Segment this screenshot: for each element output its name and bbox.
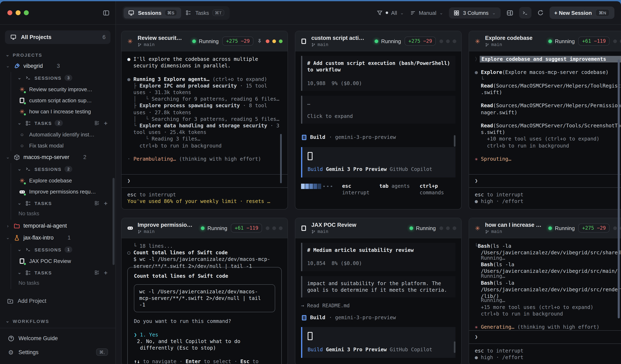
new-session-button[interactable]: + New Session ⌘N: [549, 7, 614, 19]
close-window-button[interactable]: [7, 10, 12, 15]
add-icon[interactable]: +: [104, 269, 108, 276]
filter-dropdown[interactable]: All ⌄: [377, 10, 404, 16]
model-selector[interactable]: Build Gemini 3 Pro Preview GitHub Copilo…: [301, 327, 455, 358]
board-view-icon[interactable]: [94, 201, 100, 206]
new-session-label: + New Session: [554, 10, 592, 16]
terminal-line: ├ Explore process spawning security · 8 …: [127, 103, 282, 116]
permission-dialog[interactable]: Count total lines of Swift codewc -l /Us…: [127, 267, 282, 364]
pin-icon[interactable]: [257, 39, 262, 44]
dialog-option[interactable]: ❯ 1. Yes: [134, 331, 275, 338]
help-icon: [7, 335, 14, 342]
add-project-button[interactable]: Add Project: [5, 294, 110, 308]
add-icon[interactable]: +: [104, 200, 108, 207]
sidebar-project-jax-flax-intro[interactable]: ⌄jax-flax-intro1: [5, 232, 110, 244]
terminal-line: # Medium article suitability review: [307, 247, 450, 254]
panel-layout-button[interactable]: [506, 9, 513, 16]
session-card-explore-codebase[interactable]: ✳Explore codebasemainRunning+61−119〉Expl…: [469, 31, 621, 209]
prompt-input[interactable]: ❯: [469, 174, 621, 188]
app-window: All Projects6⌄PROJECTS⌄vibegrid3⌄SESSION…: [0, 0, 621, 364]
sidebar-task-item[interactable]: ○Fix task modal: [11, 140, 110, 151]
session-card-dots[interactable]: [613, 39, 621, 43]
session-terminal[interactable]: ● I'll explore the codebase across multi…: [121, 51, 288, 209]
quote-block[interactable]: # Medium article suitability review 10,8…: [301, 243, 455, 271]
sidebar-item-settings[interactable]: ⚙Settings⌘,: [5, 345, 110, 359]
item-label: Review security improve…: [29, 86, 92, 92]
session-terminal[interactable]: # Medium article suitability review 10,8…: [295, 238, 461, 364]
sidebar-session-item[interactable]: ✳Review security improve…: [11, 84, 110, 95]
model-name: Gemini 3 Pro Preview: [326, 347, 387, 352]
session-card-review-security[interactable]: ✳Review securit…mainRunning+275−29● I'll…: [121, 31, 288, 209]
session-card-improve-permissions[interactable]: Improve permissio…mainRunning+61−119 └ 1…: [121, 218, 288, 364]
sidebar-project-macos-mcp-server[interactable]: ⌄macos-mcp-server2: [5, 151, 110, 163]
session-card-how-increase[interactable]: ✳how can I increase …mainRunning+275−29└…: [469, 218, 621, 364]
sidebar-group-tasks[interactable]: ⌄TASKS2+: [11, 117, 110, 129]
sidebar-task-item[interactable]: ○Automatically identify inst…: [11, 129, 110, 140]
dialog-option[interactable]: 2. No, and tell Copilot what to do diffe…: [134, 338, 275, 351]
tab-sessions[interactable]: Sessions⌘S: [124, 7, 181, 18]
chevron-down-icon[interactable]: ⌄: [6, 235, 10, 240]
terminal-line: [307, 73, 450, 80]
sidebar-session-item[interactable]: ✳how can I increase testing: [11, 106, 110, 117]
sidebar-session-item[interactable]: custom script action sup…: [11, 95, 110, 106]
sidebar-session-item[interactable]: JAX POC Review: [11, 256, 110, 267]
workflows-section-header[interactable]: ⌄WORKFLOWS: [6, 318, 110, 324]
chevron-down-icon: ⌄: [400, 10, 404, 16]
model-selector[interactable]: Build Gemini 3 Pro Preview GitHub Copilo…: [301, 147, 455, 177]
terminal-line: # Add custom script execution (bash/Powe…: [307, 60, 450, 73]
main-scrollbar[interactable]: [618, 60, 620, 318]
projects-section-header[interactable]: ⌄PROJECTS: [6, 52, 110, 57]
sidebar-item-welcome-guide[interactable]: Welcome Guide: [5, 331, 110, 345]
sidebar-project-vibegrid[interactable]: ⌄vibegrid3: [5, 60, 110, 72]
sidebar-session-item[interactable]: Improve permissions requ…: [11, 186, 110, 197]
prompt-input[interactable]: ❯: [469, 330, 621, 344]
sidebar-group-sessions[interactable]: ⌄SESSIONS2: [11, 163, 110, 175]
add-icon[interactable]: +: [104, 120, 108, 126]
session-terminal[interactable]: # Add custom script execution (bash/Powe…: [295, 51, 461, 209]
sidebar-item-all-projects[interactable]: All Projects6: [5, 30, 110, 44]
item-label: Improve permissions requ…: [29, 189, 96, 195]
card-scrollbar[interactable]: [454, 135, 455, 147]
session-card-dots[interactable]: [439, 226, 456, 230]
card-scrollbar[interactable]: [454, 341, 455, 353]
session-terminal[interactable]: 〉Explore codebase and suggest improvemen…: [469, 51, 621, 209]
session-terminal[interactable]: └Bash(ls -la /Users/javiercanizalez/dev/…: [469, 238, 621, 364]
window-controls[interactable]: [7, 10, 29, 15]
session-card-custom-script[interactable]: custom script acti…mainRunning+275−29# A…: [295, 31, 462, 209]
quote-block[interactable]: # Add custom script execution (bash/Powe…: [301, 56, 455, 91]
sidebar-scrollbar[interactable]: [113, 178, 115, 265]
session-card-jax-poc-review[interactable]: JAX POC ReviewmainRunning# Medium articl…: [295, 218, 462, 364]
refresh-button[interactable]: [537, 9, 544, 16]
sidebar-session-item[interactable]: ✳Explore codebase: [11, 175, 110, 186]
sidebar-group-sessions[interactable]: ⌄SESSIONS1: [11, 244, 110, 256]
prompt-input[interactable]: ❯: [121, 174, 288, 188]
session-card-dots[interactable]: [266, 226, 283, 230]
session-card-dots[interactable]: [266, 39, 283, 43]
tab-tasks[interactable]: Tasks⌘T: [181, 7, 228, 18]
zoom-window-button[interactable]: [24, 10, 29, 15]
chevron-right-icon[interactable]: ›: [6, 223, 10, 228]
session-card-dots[interactable]: [613, 226, 621, 230]
terminal-button[interactable]: [519, 7, 531, 18]
terminal-line: ● Explore(Explore macos-mcp-server codeb…: [475, 69, 621, 76]
quote-block[interactable]: … Click to expand: [301, 96, 455, 124]
minimize-window-button[interactable]: [16, 10, 20, 15]
quote-block[interactable]: impact and suitability for the platform.…: [301, 276, 455, 297]
sidebar-group-sessions[interactable]: ⌄SESSIONS3: [11, 72, 110, 84]
session-card-titles: Explore codebasemain: [485, 35, 533, 47]
project-count: 2: [83, 154, 86, 160]
columns-dropdown[interactable]: 3 Columns ⌄: [449, 7, 500, 18]
sidebar-group-tasks[interactable]: ⌄TASKS+: [11, 267, 110, 278]
sidebar-project-temporal-ai-agent[interactable]: ›temporal-ai-agent: [5, 220, 110, 232]
circle-icon: ○: [18, 131, 25, 138]
sort-dropdown[interactable]: Manual ⌄: [410, 10, 443, 16]
chevron-down-icon[interactable]: ⌄: [6, 63, 10, 69]
sidebar-toggle-icon[interactable]: [103, 9, 110, 16]
session-terminal[interactable]: └ 18 lines...○ Count total lines of Swif…: [121, 238, 288, 364]
sidebar-group-tasks[interactable]: ⌄TASKS+: [11, 197, 110, 209]
board-view-icon[interactable]: [94, 270, 100, 275]
session-card-dots[interactable]: [439, 39, 456, 43]
board-view-icon[interactable]: [94, 120, 100, 126]
session-status-dot: [23, 193, 26, 196]
chevron-down-icon[interactable]: ⌄: [6, 155, 10, 160]
card-scrollbar[interactable]: [280, 134, 282, 183]
